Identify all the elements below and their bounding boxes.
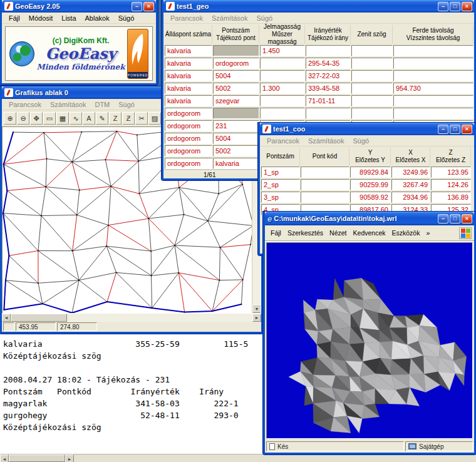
menu-item[interactable]: Ablakok <box>81 14 114 23</box>
geoeasy-titlebar[interactable]: GeoEasy 2.05 – × <box>2 0 156 13</box>
toolbar-button[interactable]: Z <box>109 112 122 125</box>
signal-height-cell[interactable] <box>260 95 305 106</box>
menu-item[interactable]: Számítások <box>207 14 252 23</box>
toolbar-button[interactable]: ✥ <box>30 112 43 125</box>
scroll-right-button[interactable]: ► <box>252 314 261 322</box>
station-cell[interactable]: kalvaria <box>165 83 212 94</box>
distance-cell[interactable] <box>393 58 473 69</box>
menu-item[interactable]: Nézet <box>326 228 349 237</box>
target-point-cell[interactable]: kalvaria <box>213 158 259 169</box>
menu-item[interactable]: Súgó <box>114 14 139 23</box>
point-id-cell[interactable]: 2_sp <box>261 179 300 190</box>
y-coordinate-cell[interactable]: 89929.84 <box>350 167 391 178</box>
z-coordinate-cell[interactable]: 124.26 <box>431 179 471 190</box>
menu-item[interactable]: Súgó <box>252 14 277 23</box>
signal-height-cell[interactable]: 1.450 <box>260 45 305 56</box>
menu-item[interactable]: Számítások <box>304 136 348 145</box>
toolbar-button[interactable]: ▨ <box>148 112 161 125</box>
zenith-cell[interactable] <box>351 83 393 94</box>
station-cell[interactable]: kalvaria <box>165 58 212 69</box>
target-point-cell[interactable]: 5004 <box>213 70 259 81</box>
station-cell[interactable]: ordogorom <box>165 108 212 119</box>
direction-cell[interactable]: 71-01-11 <box>306 95 351 106</box>
menu-item[interactable]: Súgó <box>348 136 373 145</box>
target-point-cell[interactable] <box>213 45 259 56</box>
point-id-cell[interactable]: 3_sp <box>261 192 300 203</box>
scroll-left-button[interactable]: ◄ <box>0 454 9 462</box>
menu-item[interactable]: DTM <box>90 100 114 109</box>
station-cell[interactable]: kalvaria <box>165 70 212 81</box>
target-point-cell[interactable]: szegvar <box>213 95 259 106</box>
menu-item[interactable]: Lista <box>57 14 80 23</box>
horizontal-scrollbar[interactable]: ◄ ► <box>2 314 261 322</box>
scroll-right-button[interactable]: ► <box>65 454 74 462</box>
menu-item[interactable]: Fájl <box>4 14 24 23</box>
minimize-button[interactable]: – <box>438 125 448 134</box>
menu-item[interactable]: Parancsok <box>262 136 304 145</box>
terrain-mesh[interactable] <box>267 243 472 438</box>
direction-cell[interactable]: 295-54-35 <box>306 58 351 69</box>
target-point-cell[interactable]: 5002 <box>213 145 259 157</box>
console-hscrollbar[interactable]: ◄ ► <box>0 454 476 462</box>
test1-geo-titlebar[interactable]: test1_geo – □ × <box>163 0 474 13</box>
y-coordinate-cell[interactable]: 90589.92 <box>350 192 391 203</box>
distance-cell[interactable]: 954.730 <box>393 83 473 94</box>
menu-item[interactable]: Parancsok <box>4 100 46 109</box>
vrml-titlebar[interactable]: e C:\munkak\GeoEasy\data\tin\tokaj.wrl –… <box>265 212 474 225</box>
maximize-button[interactable]: □ <box>450 2 460 11</box>
x-coordinate-cell[interactable]: 3249.96 <box>391 167 430 178</box>
signal-height-cell[interactable] <box>260 58 305 69</box>
scroll-left-button[interactable]: ◄ <box>2 314 11 322</box>
toolbar-button[interactable]: ▦ <box>56 112 69 125</box>
menu-item[interactable]: Kedvencek <box>350 228 389 237</box>
close-button[interactable]: × <box>143 2 154 11</box>
toolbar-button[interactable]: ✂ <box>135 112 148 125</box>
zenith-cell[interactable] <box>351 95 393 106</box>
menu-item[interactable]: Eszközök <box>389 228 423 237</box>
close-button[interactable]: × <box>462 214 472 223</box>
toolbar-button[interactable]: A <box>83 112 95 125</box>
signal-height-cell[interactable] <box>260 108 305 119</box>
x-coordinate-cell[interactable]: 3267.49 <box>391 179 430 190</box>
zenith-cell[interactable] <box>351 70 393 81</box>
y-coordinate-cell[interactable]: 90259.99 <box>350 179 391 190</box>
target-point-cell[interactable] <box>213 108 259 119</box>
scrollbar-thumb[interactable] <box>11 314 67 322</box>
toolbar-button[interactable]: ✎ <box>96 112 108 125</box>
close-button[interactable]: × <box>462 125 472 134</box>
maximize-button[interactable]: □ <box>450 125 460 134</box>
test1-coo-titlebar[interactable]: test1_coo – □ × <box>260 123 474 135</box>
scroll-down-button[interactable]: ▼ <box>252 304 261 313</box>
station-cell[interactable]: ordogorom <box>165 133 212 144</box>
signal-height-cell[interactable] <box>260 70 305 81</box>
minimize-button[interactable]: – <box>438 2 448 11</box>
toolbar-button[interactable]: ⊖ <box>17 112 29 125</box>
toolbar-button[interactable]: ⊕ <box>4 112 16 125</box>
toolbar-button[interactable]: ∿ <box>70 112 82 125</box>
distance-cell[interactable] <box>393 108 473 119</box>
station-cell[interactable]: kalvaria <box>165 45 212 56</box>
station-cell[interactable]: ordogorom <box>165 145 212 157</box>
direction-cell[interactable]: 327-22-03 <box>306 70 351 81</box>
minimize-button[interactable]: – <box>132 2 142 11</box>
scrollbar-thumb[interactable] <box>9 454 65 462</box>
direction-cell[interactable] <box>306 45 351 56</box>
distance-cell[interactable] <box>393 45 473 56</box>
z-coordinate-cell[interactable]: 136.89 <box>431 192 471 203</box>
zenith-cell[interactable] <box>351 45 393 56</box>
target-point-cell[interactable]: 5002 <box>213 83 259 94</box>
station-cell[interactable]: kalvaria <box>165 95 212 106</box>
vrml-3d-view[interactable] <box>266 242 473 439</box>
menu-item[interactable]: Fájl <box>267 228 284 237</box>
menu-item[interactable]: Parancsok <box>166 14 207 23</box>
distance-cell[interactable] <box>393 95 473 106</box>
station-cell[interactable]: ordogorom <box>165 120 212 131</box>
toolbar-button[interactable]: Ƶ <box>122 112 135 125</box>
point-code-cell[interactable] <box>301 167 349 178</box>
menu-item[interactable]: Szerkesztés <box>284 228 326 237</box>
menu-item[interactable]: Módosit <box>24 14 58 23</box>
point-code-cell[interactable] <box>301 192 349 203</box>
station-cell[interactable]: ordogorom <box>165 158 212 169</box>
toolbar-button[interactable]: ▭ <box>43 112 56 125</box>
close-button[interactable]: × <box>462 2 472 11</box>
